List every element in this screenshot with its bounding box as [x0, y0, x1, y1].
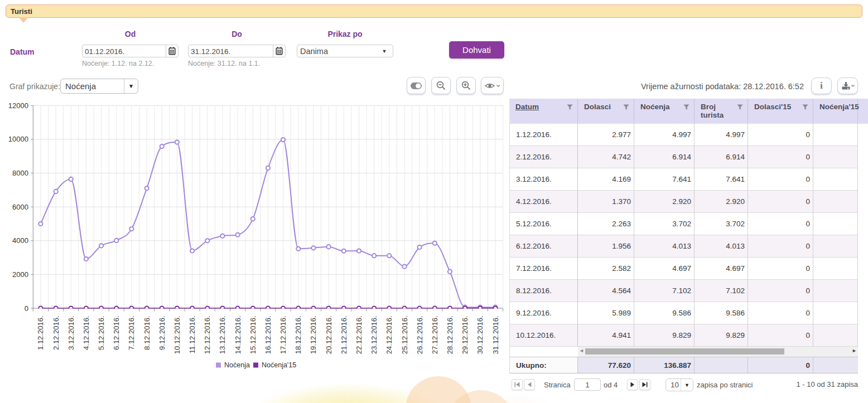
svg-text:8.12.2016.: 8.12.2016.: [143, 316, 151, 350]
svg-text:31.12.2016.: 31.12.2016.: [491, 316, 500, 355]
svg-text:23.12.2016.: 23.12.2016.: [370, 316, 378, 355]
svg-text:13.12.2016.: 13.12.2016.: [218, 316, 226, 355]
svg-text:21.12.2016.: 21.12.2016.: [340, 316, 348, 355]
svg-text:29.12.2016.: 29.12.2016.: [461, 316, 469, 355]
svg-text:3.12.2016.: 3.12.2016.: [67, 316, 75, 350]
svg-text:Noćenja: Noćenja: [224, 361, 250, 369]
svg-text:9.12.2016.: 9.12.2016.: [158, 316, 166, 350]
svg-text:14.12.2016.: 14.12.2016.: [234, 316, 242, 355]
svg-text:10.12.2016.: 10.12.2016.: [173, 316, 181, 355]
svg-text:Noćenja'15: Noćenja'15: [262, 361, 296, 369]
svg-text:4.12.2016.: 4.12.2016.: [82, 316, 90, 350]
svg-text:17.12.2016.: 17.12.2016.: [279, 316, 287, 355]
svg-text:24.12.2016.: 24.12.2016.: [385, 316, 393, 355]
svg-text:6.12.2016.: 6.12.2016.: [112, 316, 120, 350]
svg-text:6000: 6000: [12, 203, 28, 211]
svg-text:22.12.2016.: 22.12.2016.: [355, 316, 363, 355]
svg-text:12000: 12000: [8, 101, 28, 110]
svg-text:30.12.2016.: 30.12.2016.: [476, 316, 484, 355]
svg-text:8000: 8000: [12, 169, 28, 177]
svg-text:11.12.2016.: 11.12.2016.: [188, 316, 196, 354]
svg-text:0: 0: [25, 304, 28, 313]
svg-text:2.12.2016.: 2.12.2016.: [52, 316, 60, 350]
svg-text:5.12.2016.: 5.12.2016.: [97, 316, 105, 350]
svg-text:27.12.2016.: 27.12.2016.: [431, 316, 439, 355]
svg-text:20.12.2016.: 20.12.2016.: [325, 316, 333, 355]
svg-text:10000: 10000: [8, 135, 28, 143]
svg-text:16.12.2016.: 16.12.2016.: [264, 316, 272, 355]
svg-text:26.12.2016.: 26.12.2016.: [416, 316, 424, 355]
svg-text:15.12.2016.: 15.12.2016.: [249, 316, 257, 355]
svg-text:28.12.2016.: 28.12.2016.: [446, 316, 454, 355]
svg-text:7.12.2016.: 7.12.2016.: [127, 316, 136, 350]
svg-text:25.12.2016.: 25.12.2016.: [401, 316, 409, 355]
svg-text:2000: 2000: [12, 270, 28, 279]
svg-text:18.12.2016.: 18.12.2016.: [294, 316, 302, 355]
svg-text:12.12.2016.: 12.12.2016.: [203, 316, 211, 355]
svg-text:4000: 4000: [12, 236, 28, 245]
svg-text:1.12.2016.: 1.12.2016.: [36, 316, 45, 350]
svg-text:19.12.2016.: 19.12.2016.: [309, 316, 317, 355]
